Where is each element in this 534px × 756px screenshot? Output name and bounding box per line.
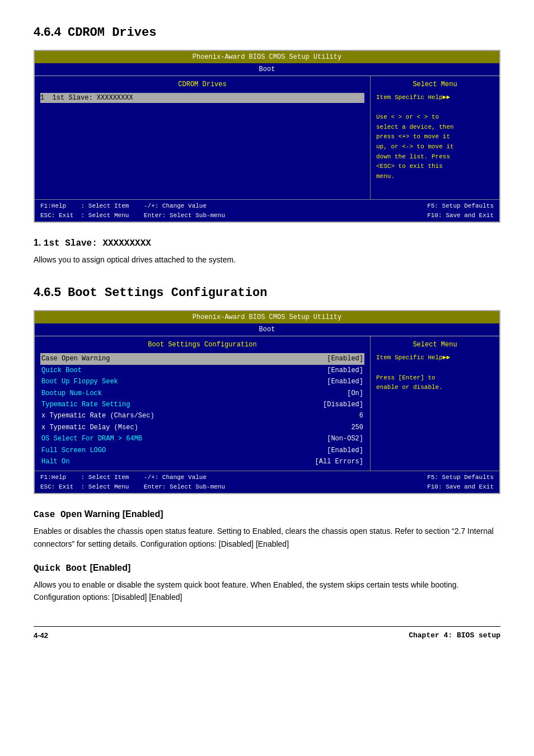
boot-item-7-value: [Non-OS2] — [327, 433, 363, 444]
boot-item-1: Quick Boot [Enabled] — [40, 365, 364, 376]
boot-item-4-value: [Disabled] — [323, 399, 363, 410]
bios-footer-line2-cdrom: ESC: Exit : Select Menu Enter: Select Su… — [40, 211, 225, 220]
bios-cdrom-row-1: 1 1st Slave: XXXXXXXXX — [40, 93, 364, 103]
boot-item-0: Case Open Warning [Enabled] — [40, 353, 364, 364]
bios-right-header-cdrom: Select Menu — [376, 79, 494, 90]
bios-cdrom-item-label: 1 1st Slave: XXXXXXXXX — [40, 93, 364, 103]
bios-right-boot: Select Menu Item Specific Help►► Press [… — [371, 336, 499, 471]
case-open-desc: Enables or disables the chassis open sta… — [34, 525, 500, 550]
boot-item-6: x Typematic Delay (Msec) 250 — [40, 422, 364, 433]
section-464-num: 4.6.4 — [34, 22, 61, 41]
cdrom-sub-title: 1st Slave: XXXXXXXXX — [44, 238, 151, 248]
bios-footer-line1-boot: F1:Help : Select Item -/+: Change Value — [40, 473, 225, 482]
page-number: 4-42 — [34, 630, 48, 641]
bios-left-cdrom: CDROM Drives 1 1st Slave: XXXXXXXXX — [35, 76, 371, 199]
bios-footer-f10-boot: F10: Save and Exit — [427, 482, 494, 492]
chapter-label: Chapter 4: BIOS setup — [409, 630, 500, 641]
boot-item-5: x Typematic Rate (Chars/Sec) 6 — [40, 410, 364, 421]
boot-item-2-value: [Enabled] — [327, 376, 363, 387]
boot-item-5-value: 6 — [359, 410, 363, 421]
bios-cdrom-help-line8: menu. — [376, 172, 494, 182]
bios-screen-boot: Phoenix-Award BIOS CMOS Setup Utility Bo… — [34, 310, 500, 494]
boot-item-4-label: Typematic Rate Setting — [41, 399, 130, 410]
bios-footer-f5-cdrom: F5: Setup Defaults — [427, 201, 494, 211]
bios-footer-boot: F1:Help : Select Item -/+: Change Value … — [35, 471, 499, 493]
boot-item-8-value: [Enabled] — [327, 445, 363, 456]
bios-boot-help-line3: enable or disable. — [376, 383, 494, 393]
boot-item-2: Boot Up Floppy Seek [Enabled] — [40, 376, 364, 387]
bios-cdrom-help-line5: up, or <-> to move it — [376, 142, 494, 152]
case-open-heading: Case Open Warning [Enabled] — [34, 508, 500, 522]
section-465-num: 4.6.5 — [34, 283, 61, 301]
quick-boot-desc: Allows you to enable or disable the syst… — [34, 579, 500, 604]
bios-footer-left-boot: F1:Help : Select Item -/+: Change Value … — [40, 473, 225, 491]
bios-cdrom-item-text: 1st Slave: XXXXXXXXX — [53, 94, 133, 102]
section-464-title: CDROM Drives — [68, 24, 156, 42]
bios-sub-bar-boot: Boot — [35, 323, 499, 336]
bios-cdrom-help-line6: down the list. Press — [376, 152, 494, 162]
quick-boot-section: Quick Boot [Enabled] Allows you to enabl… — [34, 561, 500, 604]
bios-left-header-cdrom: CDROM Drives — [40, 79, 364, 90]
boot-item-4: Typematic Rate Setting [Disabled] — [40, 399, 364, 410]
bios-boot-help-line1: Item Specific Help►► — [376, 353, 494, 363]
bios-boot-help-spacer — [376, 363, 494, 373]
bios-boot-items: Case Open Warning [Enabled] Quick Boot [… — [40, 353, 364, 467]
bios-footer-right-boot: F5: Setup Defaults F10: Save and Exit — [427, 473, 494, 491]
bios-footer-line1-cdrom: F1:Help : Select Item -/+: Change Value — [40, 201, 225, 211]
boot-item-0-label: Case Open Warning — [41, 353, 110, 364]
boot-item-7: OS Select For DRAM > 64MB [Non-OS2] — [40, 433, 364, 444]
bios-cdrom-help-line4: press <+> to move it — [376, 132, 494, 142]
section-465-heading: 4.6.5 Boot Settings Configuration — [34, 283, 500, 302]
bios-body-cdrom: CDROM Drives 1 1st Slave: XXXXXXXXX Sele… — [35, 76, 499, 199]
boot-item-2-label: Boot Up Floppy Seek — [41, 376, 118, 387]
bios-left-boot: Boot Settings Configuration Case Open Wa… — [35, 336, 371, 471]
bios-right-cdrom: Select Menu Item Specific Help►► Use < >… — [371, 76, 499, 199]
boot-item-1-value: [Enabled] — [327, 365, 363, 376]
bios-cdrom-help-line2: Use < > or < > to — [376, 112, 494, 123]
bios-footer-cdrom: F1:Help : Select Item -/+: Change Value … — [35, 199, 499, 222]
boot-item-9-label: Halt On — [41, 456, 69, 467]
case-open-section: Case Open Warning [Enabled] Enables or d… — [34, 508, 500, 550]
quick-boot-heading-text: Quick Boot — [34, 564, 87, 574]
section-464-heading: 4.6.4 CDROM Drives — [34, 22, 500, 42]
bios-footer-right-cdrom: F5: Setup Defaults F10: Save and Exit — [427, 201, 494, 220]
bios-boot-help-line2: Press [Enter] to — [376, 373, 494, 383]
boot-item-6-label: x Typematic Delay (Msec) — [41, 422, 138, 433]
page-footer: 4-42 Chapter 4: BIOS setup — [34, 626, 500, 641]
bios-cdrom-help-line7: <ESC> to exit this — [376, 162, 494, 172]
boot-item-8: Full Screen LOGO [Enabled] — [40, 445, 364, 456]
bios-boot-help: Item Specific Help►► Press [Enter] to en… — [376, 353, 494, 392]
bios-cdrom-help-line1: Item Specific Help►► — [376, 93, 494, 103]
bios-title-bar-cdrom: Phoenix-Award BIOS CMOS Setup Utility — [35, 51, 499, 63]
bios-sub-bar-cdrom: Boot — [35, 63, 499, 76]
section-465-title: Boot Settings Configuration — [68, 284, 267, 302]
bios-footer-f10-cdrom: F10: Save and Exit — [427, 211, 494, 220]
bios-cdrom-help: Item Specific Help►► Use < > or < > to s… — [376, 93, 494, 181]
section-464: 4.6.4 CDROM Drives Phoenix-Award BIOS CM… — [34, 22, 500, 266]
section-465: 4.6.5 Boot Settings Configuration Phoeni… — [34, 283, 500, 603]
bios-cdrom-help-line3: select a device, then — [376, 123, 494, 133]
case-open-heading-text: Case Open — [34, 510, 82, 520]
bios-title-bar-boot: Phoenix-Award BIOS CMOS Setup Utility — [35, 311, 499, 323]
bios-footer-left-cdrom: F1:Help : Select Item -/+: Change Value … — [40, 201, 225, 220]
bios-left-header-boot: Boot Settings Configuration — [40, 340, 364, 350]
quick-boot-heading: Quick Boot [Enabled] — [34, 561, 500, 575]
bios-right-header-boot: Select Menu — [376, 340, 494, 350]
bios-footer-line2-boot: ESC: Exit : Select Menu Enter: Select Su… — [40, 482, 225, 492]
boot-item-3-value: [On] — [347, 388, 363, 399]
bios-cdrom-help-spacer — [376, 103, 494, 113]
boot-item-7-label: OS Select For DRAM > 64MB — [41, 433, 142, 444]
boot-item-8-label: Full Screen LOGO — [41, 445, 106, 456]
boot-item-1-label: Quick Boot — [41, 365, 82, 376]
bios-body-boot: Boot Settings Configuration Case Open Wa… — [35, 336, 499, 471]
cdrom-sub-heading: 1. 1st Slave: XXXXXXXXX — [34, 236, 500, 250]
boot-item-9-value: [All Errors] — [315, 456, 363, 467]
boot-item-9: Halt On [All Errors] — [40, 456, 364, 467]
cdrom-sub-num: 1. — [34, 238, 44, 247]
boot-item-0-value: [Enabled] — [327, 353, 363, 364]
cdrom-sub-desc: Allows you to assign optical drives atta… — [34, 253, 500, 266]
boot-item-3: Bootup Num-Lock [On] — [40, 388, 364, 399]
bios-footer-f5-boot: F5: Setup Defaults — [427, 473, 494, 482]
boot-item-5-label: x Typematic Rate (Chars/Sec) — [41, 410, 154, 421]
boot-item-3-label: Bootup Num-Lock — [41, 388, 102, 399]
